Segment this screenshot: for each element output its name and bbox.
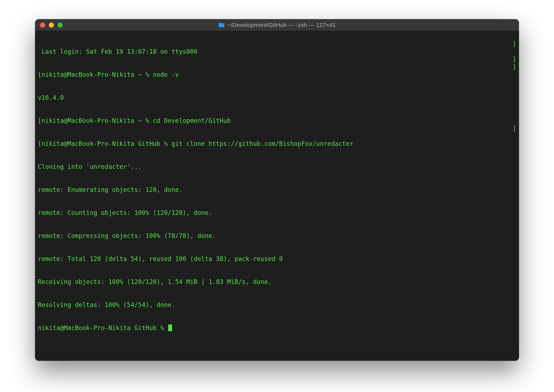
terminal-line: remote: Enumerating objects: 120, done. (38, 186, 516, 194)
terminal-line: nikita@MacBook-Pro-Nikita GitHub % ] (38, 324, 516, 332)
cursor (168, 325, 172, 331)
terminal-line: Receiving objects: 100% (120/120), 1.54 … (38, 278, 516, 286)
terminal-line: Resolving deltas: 100% (54/54), done. (38, 301, 516, 309)
prompt-right-bracket: ] (512, 40, 516, 48)
terminal-text: [nikita@MacBook-Pro-Nikita ~ % cd Develo… (38, 117, 231, 124)
terminal-text: [nikita@MacBook-Pro-Nikita GitHub % git … (38, 140, 353, 147)
terminal-line: remote: Counting objects: 100% (120/120)… (38, 209, 516, 217)
terminal-line: [nikita@MacBook-Pro-Nikita GitHub % git … (38, 140, 516, 147)
window-title-wrap: ~/Development/GitHub — -zsh — 127×41 (35, 22, 519, 28)
terminal-line: v16.4.0 (38, 94, 516, 101)
terminal-window: ~/Development/GitHub — -zsh — 127×41 Las… (35, 19, 519, 361)
terminal-line: remote: Compressing objects: 100% (78/78… (38, 232, 516, 240)
terminal-line: [nikita@MacBook-Pro-Nikita ~ % cd Develo… (38, 117, 516, 124)
zoom-button[interactable] (58, 22, 63, 28)
prompt-right-bracket: ] (512, 63, 516, 71)
terminal-line: Last login: Sat Feb 19 13:07:18 on ttys0… (38, 48, 516, 55)
folder-icon (218, 22, 225, 27)
terminal-line: remote: Total 120 (delta 54), reused 100… (38, 255, 516, 263)
prompt-right-bracket: ] (512, 55, 516, 63)
minimize-button[interactable] (49, 22, 54, 28)
window-title: ~/Development/GitHub — -zsh — 127×41 (227, 22, 336, 28)
traffic-lights (35, 22, 63, 28)
terminal-line: [nikita@MacBook-Pro-Nikita ~ % node -v] (38, 71, 516, 78)
terminal-line: Cloning into 'unredacter'... (38, 163, 516, 171)
terminal-body[interactable]: Last login: Sat Feb 19 13:07:18 on ttys0… (35, 31, 519, 361)
titlebar[interactable]: ~/Development/GitHub — -zsh — 127×41 (35, 19, 519, 31)
terminal-prompt: nikita@MacBook-Pro-Nikita GitHub % (38, 324, 168, 331)
close-button[interactable] (40, 22, 45, 28)
prompt-right-bracket: ] (512, 124, 516, 132)
terminal-text: [nikita@MacBook-Pro-Nikita ~ % node -v (38, 71, 179, 78)
